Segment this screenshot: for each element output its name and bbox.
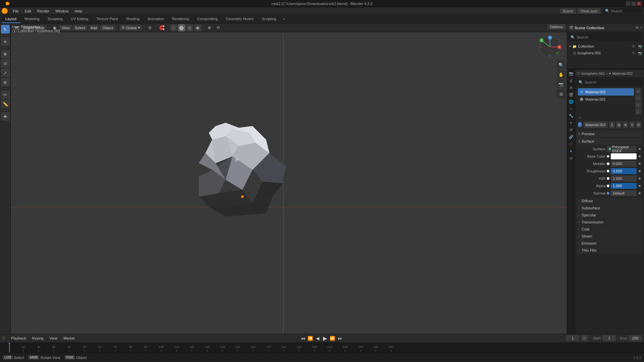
material-copy-button[interactable]: ⊕ (623, 121, 628, 128)
viewport-type-icon[interactable]: ⊞ (13, 24, 20, 32)
add-material-slot-button[interactable]: + (635, 88, 641, 94)
tab-animation[interactable]: Animation (144, 15, 168, 23)
material-preview-button[interactable]: ◎ (186, 24, 193, 32)
menu-edit[interactable]: Edit (22, 8, 34, 14)
tab-texture-paint[interactable]: Texture Paint (92, 15, 122, 23)
material-settings-icon[interactable]: ⚙ (636, 121, 641, 128)
coat-section-header[interactable]: › Coat (577, 226, 643, 232)
material-name-field[interactable]: Material.002 (584, 121, 608, 128)
object-mode-selector[interactable]: Object Mode (21, 25, 46, 31)
viewport-gizmo[interactable]: Y X Z (537, 34, 563, 60)
thin-film-section-header[interactable]: › Thin Film (577, 247, 643, 254)
cursor-tool-button[interactable]: ✛ (1, 37, 10, 46)
tab-sculpting[interactable]: Sculpting (44, 15, 67, 23)
render-visibility-icon[interactable]: 📷 (638, 45, 642, 48)
pan-tool-button[interactable]: ✋ (557, 70, 565, 79)
shader-props-button[interactable]: ◎ (568, 155, 574, 161)
tab-uv-editing[interactable]: UV Editing (67, 15, 92, 23)
tab-rendering[interactable]: Rendering (168, 15, 193, 23)
move-down-material-button[interactable]: ↓ (635, 108, 641, 114)
add-workspace-button[interactable]: + (280, 15, 288, 23)
sheen-section-header[interactable]: › Sheen (577, 233, 643, 240)
view-menu[interactable]: View (59, 25, 72, 31)
minimize-button[interactable]: – (626, 1, 631, 6)
move-tool-button[interactable]: ✥ (1, 50, 10, 58)
viewport-shading-icon[interactable]: ◉ (51, 24, 58, 32)
viewport-3d[interactable]: ⊞ Object Mode ◉ View Select Add Object ⊙… (11, 23, 567, 334)
properties-search[interactable]: 🔍 Search (577, 79, 643, 86)
particles-props-button[interactable]: ✦ (568, 119, 574, 126)
close-button[interactable]: ✕ (637, 1, 641, 6)
material-props-button[interactable]: ● (568, 148, 574, 154)
select-menu[interactable]: Select (73, 25, 87, 31)
visibility-icon-collection[interactable]: 👁 (632, 44, 635, 48)
diffuse-section-header[interactable]: › Diffuse (577, 198, 643, 204)
ior-value-field[interactable]: 1.500 (611, 175, 637, 182)
search-input-global[interactable]: 🔍 Search (602, 8, 643, 14)
step-back-button[interactable]: ⏪ (307, 335, 314, 342)
jump-to-end-button[interactable]: ⏭ (336, 335, 343, 342)
jump-to-start-button[interactable]: ⏮ (300, 335, 306, 342)
alpha-value-field[interactable]: 1.000 (611, 183, 637, 189)
add-menu[interactable]: Add (89, 25, 99, 31)
base-color-swatch[interactable] (611, 153, 637, 159)
roughness-value-field[interactable]: 0.500 (611, 168, 637, 174)
tab-scripting[interactable]: Scripting (258, 15, 280, 23)
step-forward-button[interactable]: ⏩ (329, 335, 336, 342)
object-props-button[interactable]: ○ (568, 105, 574, 112)
transmission-section-header[interactable]: › Transmission (577, 219, 643, 225)
menu-file[interactable]: File (10, 8, 21, 14)
output-props-button[interactable]: 🖨 (568, 77, 574, 84)
overlay-icon[interactable]: ⊕ (206, 24, 213, 32)
menu-window[interactable]: Window (53, 8, 71, 14)
metallic-value-field[interactable]: 0.000 (611, 161, 637, 167)
render-props-button[interactable]: 📷 (568, 70, 574, 77)
solid-mode-button[interactable]: ⬤ (178, 24, 185, 32)
select-tool-button[interactable]: ↖ (1, 25, 10, 34)
object-menu[interactable]: Object (100, 25, 115, 31)
outliner-item-icosphere[interactable]: ⬡ Icosphere.001 👁 📷 (571, 50, 644, 56)
menu-render[interactable]: Render (35, 8, 52, 14)
remove-material-slot-button[interactable]: − (635, 95, 641, 101)
outliner-item-collection[interactable]: ▾ 📁 Collection 👁 📷 (567, 43, 644, 50)
transform-space-selector[interactable]: ⊙ Global ▾ (120, 25, 142, 31)
shader-selector-button[interactable]: Principled BSDF (607, 146, 637, 152)
snap-icon[interactable]: 🧲 (158, 24, 166, 32)
material-slot-1[interactable]: Material.002 (578, 88, 634, 96)
subsurface-section-header[interactable]: › Subsurface (577, 205, 643, 211)
scene-selector[interactable]: Scene (560, 8, 576, 14)
rotate-tool-button[interactable]: ↺ (1, 59, 10, 68)
constraints-props-button[interactable]: 🔗 (568, 134, 574, 140)
tab-compositing[interactable]: Compositing (193, 15, 222, 23)
wireframe-mode-button[interactable]: ⬡ (170, 24, 177, 32)
new-collection-icon[interactable]: + (640, 25, 642, 30)
emission-section-header[interactable]: › Emission (577, 240, 643, 247)
physics-props-button[interactable]: ⚙ (568, 126, 574, 133)
scene-props-button[interactable]: 🎬 (568, 91, 574, 98)
view-menu-timeline[interactable]: View (47, 335, 59, 341)
options-button[interactable]: Options (547, 24, 565, 30)
breadcrumb-object[interactable]: Icosphere.001 (582, 71, 605, 75)
tab-modeling[interactable]: Modeling (20, 15, 44, 23)
filter-icon[interactable]: ⊞ (636, 25, 639, 30)
material-browse-button[interactable]: ⊞ (616, 121, 622, 128)
grid-view-button[interactable]: ⊞ (557, 90, 565, 98)
view-layer-props-button[interactable]: ⊞ (568, 84, 574, 91)
tab-layout[interactable]: Layout (1, 15, 20, 23)
annotate-tool-button[interactable]: ✏ (1, 90, 10, 99)
gizmo-icon[interactable]: ⟲ (215, 24, 222, 32)
render-visibility-icon-ico[interactable]: 📷 (638, 51, 642, 55)
surface-section-header[interactable]: ▾ Surface (577, 138, 643, 145)
specular-section-header[interactable]: › Specular (577, 212, 643, 218)
modifier-props-button[interactable]: 🔧 (568, 112, 574, 119)
tab-geometry-nodes[interactable]: Geometry Nodes (222, 15, 258, 23)
zoom-in-button[interactable]: 🔍 (557, 60, 565, 69)
add-tool-button[interactable]: ✚ (1, 112, 10, 121)
material-remove-button[interactable]: ✕ (630, 121, 635, 128)
maximize-button[interactable]: □ (631, 1, 636, 6)
start-frame-input[interactable]: 1 (602, 335, 616, 341)
outliner-search[interactable]: 🔍 Search (568, 34, 643, 41)
menu-help[interactable]: Help (72, 8, 85, 14)
current-frame-input[interactable]: 1 (566, 335, 579, 341)
viewlayer-selector[interactable]: ViewLayer (578, 8, 600, 14)
